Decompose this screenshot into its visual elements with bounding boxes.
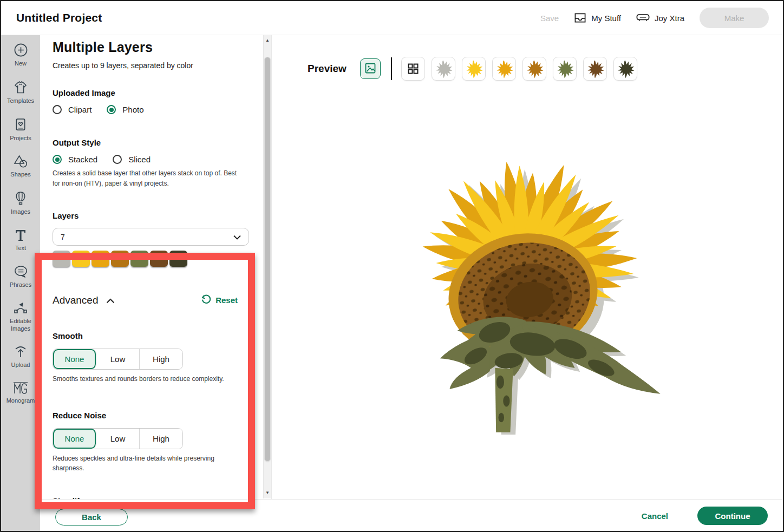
save-button[interactable]: Save <box>540 14 559 23</box>
layer-4-flower-icon <box>525 60 544 78</box>
thumbnail-layer-5[interactable] <box>553 57 577 81</box>
layer-3-flower-icon <box>495 60 513 78</box>
text-t-icon <box>14 228 27 242</box>
balloon-icon <box>15 191 27 206</box>
sidebar-item-templates[interactable]: Templates <box>1 80 40 105</box>
layer-swatch-5 <box>130 251 148 267</box>
sidebar-item-images[interactable]: Images <box>1 191 40 216</box>
reduce-noise-low-button[interactable]: Low <box>96 429 140 449</box>
tshirt-icon <box>13 80 28 95</box>
machine-icon <box>636 13 650 23</box>
my-stuff-label: My Stuff <box>591 14 621 23</box>
top-bar: Untitled Project Save My Stuff <box>1 1 783 35</box>
preview-image-mode-button[interactable] <box>360 58 381 79</box>
radio-sliced[interactable]: Sliced <box>113 155 151 164</box>
bezier-nodes-icon <box>13 301 28 315</box>
project-card-icon <box>14 117 27 132</box>
grid-icon <box>407 63 419 75</box>
panel-title: Multiple Layers <box>53 40 239 55</box>
layer-swatch-7 <box>169 251 187 267</box>
sidebar-item-upload[interactable]: Upload <box>1 345 40 369</box>
reduce-noise-none-button[interactable]: None <box>53 429 96 449</box>
layers-label: Layers <box>53 211 239 220</box>
preview-area: Preview <box>271 35 784 499</box>
sidebar-item-phrases[interactable]: Phrases <box>1 265 40 289</box>
app-window: Untitled Project Save My Stuff <box>0 0 784 532</box>
layer-swatch-row <box>53 251 239 267</box>
layers-count-value: 7 <box>61 233 65 241</box>
sunflower-preview-image <box>334 110 784 437</box>
speech-bubble-icon <box>14 265 28 279</box>
thumbnail-layer-6[interactable] <box>583 57 607 81</box>
smooth-none-button[interactable]: None <box>53 349 96 369</box>
reset-undo-icon <box>201 294 212 306</box>
panel-subtitle: Creates up to 9 layers, separated by col… <box>53 61 239 70</box>
image-icon <box>364 62 376 76</box>
new-plus-icon <box>14 43 28 57</box>
radio-photo-circle[interactable] <box>107 105 116 114</box>
output-style-label: Output Style <box>53 138 239 147</box>
reduce-noise-label: Reduce Noise <box>53 411 239 420</box>
radio-stacked-circle[interactable] <box>53 155 62 164</box>
thumbnail-layer-4[interactable] <box>522 57 546 81</box>
thumbnail-layer-2[interactable] <box>462 57 486 81</box>
sidebar-item-monogram[interactable]: Monogram <box>1 382 40 405</box>
smooth-segmented-control: None Low High <box>53 349 183 370</box>
sidebar-item-text[interactable]: Text <box>1 228 40 252</box>
layer-thumbnail-row <box>401 57 637 81</box>
project-title[interactable]: Untitled Project <box>16 11 102 24</box>
preview-label: Preview <box>308 63 347 75</box>
layer-swatch-1 <box>53 251 70 267</box>
scrollbar-thumb[interactable] <box>264 57 271 462</box>
layer-swatch-3 <box>92 251 109 267</box>
layers-count-select[interactable]: 7 <box>53 228 249 246</box>
thumbnail-all-layers[interactable] <box>401 57 425 81</box>
radio-photo[interactable]: Photo <box>107 105 143 114</box>
continue-button[interactable]: Continue <box>697 507 768 525</box>
shapes-icon <box>13 154 28 168</box>
cancel-button[interactable]: Cancel <box>642 511 668 521</box>
layer-1-flower-icon <box>434 60 453 78</box>
smooth-high-button[interactable]: High <box>140 349 182 369</box>
multiple-layers-panel: Multiple Layers Creates up to 9 layers, … <box>40 35 271 499</box>
make-button[interactable]: Make <box>700 8 769 28</box>
thumbnail-layer-3[interactable] <box>492 57 516 81</box>
layer-swatch-6 <box>150 251 168 267</box>
smooth-label: Smooth <box>53 331 239 340</box>
layer-2-flower-icon <box>465 60 483 78</box>
layer-swatch-4 <box>111 251 129 267</box>
advanced-toggle[interactable]: Advanced <box>53 294 115 306</box>
layer-6-flower-icon <box>586 60 604 78</box>
my-stuff-button[interactable]: My Stuff <box>574 12 621 23</box>
panel-scrollbar[interactable]: ▲ ▼ <box>263 35 271 498</box>
reduce-noise-description: Reduces speckles and ultra-fine details … <box>53 454 239 474</box>
radio-clipart[interactable]: Clipart <box>53 105 92 114</box>
output-style-description: Creates a solid base layer that other la… <box>53 168 239 188</box>
reduce-noise-segmented-control: None Low High <box>53 428 183 449</box>
back-button[interactable]: Back <box>55 509 128 526</box>
smooth-low-button[interactable]: Low <box>96 349 140 369</box>
sidebar-item-shapes[interactable]: Shapes <box>1 154 40 179</box>
layer-7-flower-icon <box>616 60 635 78</box>
scrollbar-up-arrow[interactable]: ▲ <box>264 36 271 45</box>
chevron-down-icon <box>233 233 241 241</box>
radio-clipart-circle[interactable] <box>53 105 62 114</box>
reset-button[interactable]: Reset <box>201 294 238 306</box>
thumbnail-layer-7[interactable] <box>613 57 637 81</box>
chevron-up-icon <box>106 294 115 306</box>
sidebar-item-projects[interactable]: Projects <box>1 117 40 142</box>
uploaded-image-label: Uploaded Image <box>53 88 239 97</box>
scrollbar-down-arrow[interactable]: ▼ <box>264 489 271 497</box>
inbox-icon <box>574 12 586 23</box>
machine-label: Joy Xtra <box>655 14 684 23</box>
reduce-noise-high-button[interactable]: High <box>140 429 182 449</box>
sidebar-item-new[interactable]: New <box>1 43 40 68</box>
sidebar-item-editable-images[interactable]: Editable Images <box>1 301 40 333</box>
radio-sliced-circle[interactable] <box>113 155 122 164</box>
layer-5-flower-icon <box>556 60 574 78</box>
upload-arrow-icon <box>14 345 28 359</box>
preview-divider <box>391 57 392 80</box>
machine-selector[interactable]: Joy Xtra <box>636 13 684 23</box>
radio-stacked[interactable]: Stacked <box>53 155 97 164</box>
thumbnail-layer-1[interactable] <box>432 57 455 81</box>
